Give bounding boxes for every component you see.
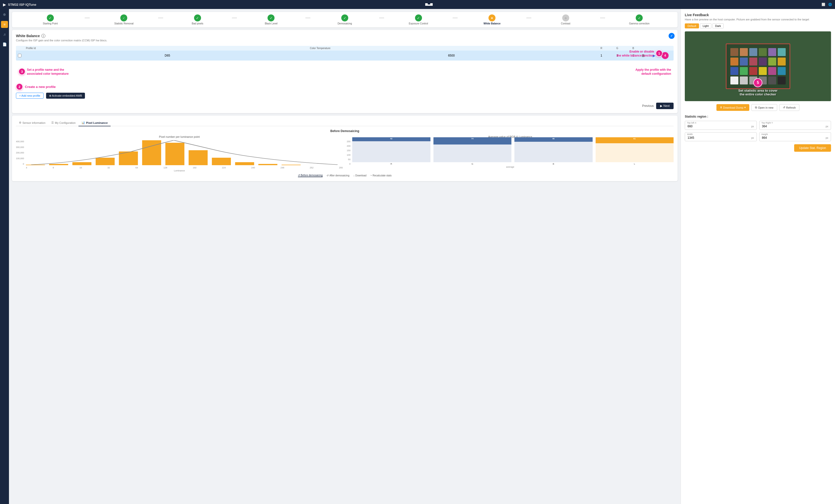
step-demosaicing[interactable]: ✓ Demosaicing: [310, 15, 379, 25]
step-label-bad-pixels: Bad pixels: [192, 22, 203, 25]
recalculate-action[interactable]: ~ Recalculate stats: [370, 174, 392, 177]
step-white-balance[interactable]: ◉ White Balance: [457, 15, 526, 25]
profile-id-input[interactable]: [26, 54, 309, 57]
step-black-level[interactable]: ✓ Black Level: [237, 15, 306, 25]
titlebar-center: [38, 2, 819, 7]
update-stat-region-button[interactable]: Update Stat. Region: [794, 144, 831, 152]
theme-dark-button[interactable]: Dark: [712, 23, 724, 28]
bar-y-255: 255: [347, 140, 350, 143]
svg-rect-7: [188, 150, 207, 165]
annotation-4-text: Apply the profile with thedefault config…: [635, 68, 671, 76]
sidebar-icon-cpu[interactable]: ⊕: [1, 11, 8, 18]
top-left-x-input[interactable]: [688, 125, 740, 128]
activate-awb-button[interactable]: ⊕ Activate embedded AWB: [46, 93, 85, 99]
sidebar: ⊕ ≡ ♬ 📄: [0, 9, 9, 504]
header-profile-id: Profile Id: [26, 47, 309, 49]
tab-pixel-luminance[interactable]: 📊 Pixel Luminance: [79, 120, 110, 126]
bar-r-label: R: [391, 163, 392, 165]
tab-my-config-label: My Configuration: [55, 121, 76, 124]
open-new-icon: ⧉: [755, 106, 757, 109]
step-exposure-control[interactable]: ✓ Exposure Control: [384, 15, 453, 25]
annotation-1-area: Enable or disablethe white balance funct…: [616, 50, 663, 58]
wb-info-icon[interactable]: i: [41, 34, 45, 38]
step-label-starting-point: Starting Point: [43, 22, 58, 25]
color-swatch: [759, 48, 767, 56]
main-layout: ⊕ ≡ ♬ 📄 ✓ Starting Point ✓ Statistic Rem…: [0, 9, 835, 504]
pixel-luminance-icon: 📊: [81, 121, 85, 124]
previous-button[interactable]: Previous: [642, 103, 654, 109]
theme-light-button[interactable]: Light: [700, 23, 711, 28]
refresh-button[interactable]: ↺ Refresh: [779, 104, 800, 111]
header-color-temp: Color Temperature: [310, 47, 593, 49]
step-starting-point[interactable]: ✓ Starting Point: [16, 15, 85, 25]
step-connector-0: [85, 18, 90, 18]
step-gamma-correction[interactable]: ✓ Gamma correction: [605, 15, 674, 25]
step-connector-5: [453, 18, 457, 18]
annotation-4-bubble: 4: [661, 52, 669, 59]
bar-b-label: B: [553, 163, 554, 165]
stat-field-height: Height px: [759, 132, 831, 141]
theme-buttons: Default Light Dark: [685, 23, 831, 28]
tab-sensor-info[interactable]: ⚙ Sensor information: [16, 120, 48, 126]
histogram-with-y: 400,000 300,000 200,000 100,000 0: [16, 140, 343, 166]
open-in-new-button[interactable]: ⧉ Open in new: [751, 104, 777, 111]
svg-rect-8: [212, 158, 231, 165]
step-circle-contrast: ○: [562, 15, 569, 21]
monitor-icon[interactable]: ⬜: [821, 3, 825, 6]
bar-columns: 42 R 74 G: [352, 140, 674, 165]
bar-chart-container: Average value of RGB & Luminance 255 200…: [347, 135, 674, 172]
sensor-card: ⚙ Sensor information ☰ My Configuration …: [12, 116, 677, 181]
color-temp-input[interactable]: [310, 54, 593, 57]
x-label-224: 224: [222, 166, 226, 169]
sidebar-icon-tune[interactable]: ♬: [1, 31, 8, 38]
step-connector-7: [600, 18, 605, 18]
download-dump-icon: ⬇: [720, 106, 722, 109]
step-bad-pixels[interactable]: ✓ Bad pixels: [163, 15, 232, 25]
next-button-label: Next: [664, 104, 670, 108]
wb-subtitle: Configure the ISP gain and the color cor…: [16, 39, 674, 42]
step-label-contrast: Contrast: [561, 22, 570, 25]
color-swatch: [730, 48, 738, 56]
annotation-5-area: 5 Set statistic area to coverthe entire …: [738, 78, 778, 96]
annotation-5-text: Set statistic area to coverthe entire co…: [738, 89, 778, 96]
profile-table-header: Profile Id Color Temperature R G B: [16, 46, 674, 51]
wb-title-text: White Balance: [16, 34, 40, 38]
bar-y-50: 50: [347, 158, 350, 161]
before-demosaicing-action[interactable]: ↺ Before demosaicing: [298, 174, 323, 177]
step-circle-white-balance: ◉: [488, 15, 495, 21]
globe-icon[interactable]: 🌐: [828, 3, 832, 6]
step-connector-1: [158, 18, 163, 18]
sidebar-icon-doc[interactable]: 📄: [1, 41, 8, 48]
after-demosaicing-action[interactable]: ↺ After demosaicing: [327, 174, 349, 177]
r-input[interactable]: [594, 54, 609, 57]
step-statistic-removal[interactable]: ✓ Statistic Removal: [90, 15, 159, 25]
theme-default-button[interactable]: Default: [685, 23, 699, 28]
height-input[interactable]: [762, 136, 815, 140]
bar-y-200: 200: [347, 145, 350, 147]
open-new-label: Open in new: [758, 106, 773, 109]
x-label-16: 16: [79, 166, 82, 169]
enable-check-icon[interactable]: ✓: [669, 33, 675, 39]
refresh-icon: ↺: [783, 106, 785, 109]
download-action[interactable]: ↓ Download: [353, 174, 366, 177]
step-label-statistic-removal: Statistic Removal: [114, 22, 134, 25]
step-circle-bad-pixels: ✓: [194, 15, 201, 21]
svg-rect-2: [72, 162, 91, 165]
next-button[interactable]: ▶ Next: [656, 103, 674, 109]
annotation-4-text-area: Apply the profile with thedefault config…: [635, 68, 671, 76]
bar-l-empty: [596, 143, 674, 162]
profile-checkbox[interactable]: [18, 54, 21, 57]
height-label: Height: [761, 133, 768, 136]
sidebar-icon-settings[interactable]: ≡: [1, 21, 8, 28]
x-label-8: 8: [53, 166, 54, 169]
step-contrast[interactable]: ○ Contrast: [531, 15, 600, 25]
download-dump-button[interactable]: ⬇ Download Dump ▾: [716, 104, 749, 111]
top-right-y-input[interactable]: [762, 125, 815, 128]
width-input[interactable]: [688, 136, 740, 140]
right-panel: Live Feedback Have a live preview on the…: [680, 9, 835, 504]
download-dump-label: Download Dump: [723, 106, 743, 109]
svg-rect-1: [49, 164, 68, 165]
tab-my-config[interactable]: ☰ My Configuration: [48, 120, 79, 126]
color-swatch: [759, 67, 767, 75]
add-profile-button[interactable]: + Add new profile: [16, 93, 44, 99]
